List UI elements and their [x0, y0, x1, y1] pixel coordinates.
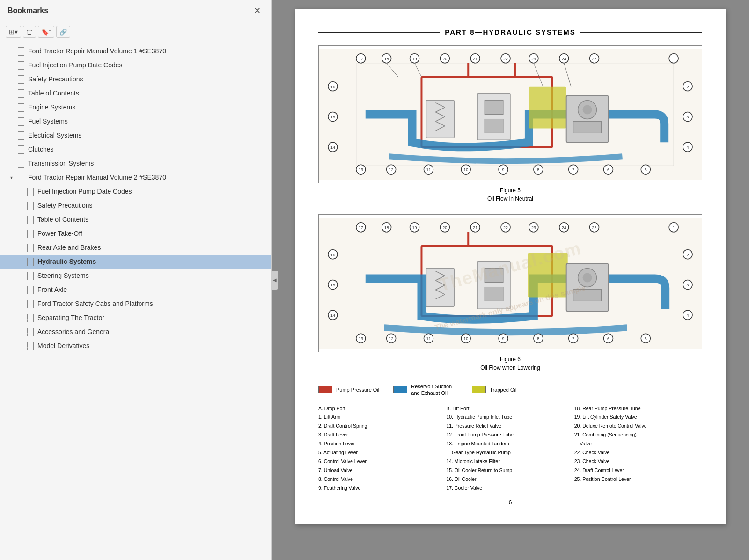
- add-bookmark-button[interactable]: 🔖+: [38, 26, 54, 38]
- bookmark-label: Transmission Systems: [28, 160, 94, 167]
- bookmark-item-safety-2[interactable]: Safety Precautions: [0, 198, 271, 212]
- svg-text:12: 12: [389, 167, 394, 172]
- legend-pump-label: Pump Pressure Oil: [336, 386, 379, 393]
- svg-text:10: 10: [463, 336, 468, 341]
- bookmark-label: Steering Systems: [37, 272, 89, 279]
- part-title-text: PART 8—HYDRAULIC SYSTEMS: [445, 28, 575, 36]
- bookmark-icon: [17, 89, 24, 97]
- parts-item: 19. Lift Cylinder Safety Valve: [574, 413, 698, 422]
- bookmark-label: Ford Tractor Safety Cabs and Platforms: [37, 300, 153, 307]
- view-options-button[interactable]: ⊞ ▾: [6, 26, 21, 38]
- bookmark-item-toc-1[interactable]: Table of Contents: [0, 86, 271, 100]
- parts-item: 15. Oil Cooler Return to Sump: [446, 466, 569, 475]
- panel-collapse-handle[interactable]: ◀: [272, 271, 278, 290]
- bookmark-label: Front Axle: [37, 286, 67, 293]
- parts-item: 17. Cooler Valve: [446, 484, 569, 493]
- bookmark-item-clutches[interactable]: Clutches: [0, 142, 271, 156]
- figure6-caption-sub: Oil Flow when Lowering: [318, 364, 702, 372]
- svg-rect-77: [528, 253, 568, 298]
- parts-item: 14. Micronic Intake Filter: [446, 457, 569, 466]
- parts-item: 22. Check Valve: [574, 448, 698, 457]
- bookmark-item-accessories[interactable]: Accessories and General: [0, 325, 271, 339]
- figure5-diagram: 17 18 19 20 21 22 23 24 25 1: [318, 45, 702, 183]
- svg-point-90: [583, 273, 592, 283]
- bookmark-item-separating[interactable]: Separating The Tractor: [0, 311, 271, 325]
- svg-text:17: 17: [359, 225, 363, 230]
- figure6-caption-title: Figure 6: [318, 355, 702, 364]
- delete-bookmark-button[interactable]: 🗑: [23, 26, 36, 38]
- parts-item: 5. Actuating Lever: [318, 448, 441, 457]
- svg-text:10: 10: [463, 167, 468, 172]
- figure5-caption-title: Figure 5: [318, 186, 702, 195]
- legend-trapped: Trapped Oil: [472, 383, 516, 397]
- bookmarks-list: Ford Tractor Repair Manual Volume 1 #SE3…: [0, 42, 271, 560]
- svg-rect-19: [573, 121, 602, 133]
- bookmarks-toolbar: ⊞ ▾ 🗑 🔖+ 🔗: [0, 22, 271, 42]
- bookmark-icon: [26, 285, 34, 294]
- bookmark-label: Safety Precautions: [37, 202, 93, 209]
- parts-item: 18. Rear Pump Pressure Tube: [574, 404, 698, 413]
- svg-rect-15: [485, 119, 503, 133]
- bookmark-item-steering[interactable]: Steering Systems: [0, 269, 271, 283]
- bookmark-item-fuel-inj-2[interactable]: Fuel Injection Pump Date Codes: [0, 184, 271, 198]
- expand-arrow-icon[interactable]: ▾: [7, 174, 15, 181]
- parts-column-middle: B. Lift Port 10. Hydraulic Pump Inlet Tu…: [446, 404, 574, 493]
- svg-rect-14: [485, 101, 503, 115]
- bookmark-icon: [26, 327, 34, 336]
- bookmark-label: Power Take-Off: [37, 230, 82, 237]
- bookmark-label: Fuel Injection Pump Date Codes: [37, 188, 132, 195]
- bookmark-item-hydraulic[interactable]: Hydraulic Systems: [0, 255, 271, 269]
- svg-text:21: 21: [473, 57, 477, 61]
- bookmark-link-icon: 🔗: [59, 29, 67, 36]
- bookmark-item-toc-2[interactable]: Table of Contents: [0, 212, 271, 226]
- svg-rect-5: [529, 87, 566, 129]
- bookmarks-panel: Bookmarks ✕ ⊞ ▾ 🗑 🔖+ 🔗 Ford Tractor Repa…: [0, 0, 272, 560]
- chevron-left-icon: ◀: [273, 277, 277, 283]
- parts-column-left: A. Drop Port 1. Lift Arm 2. Draft Contro…: [318, 404, 446, 493]
- parts-item: 4. Position Lever: [318, 439, 441, 448]
- bookmark-item-vol1[interactable]: Ford Tractor Repair Manual Volume 1 #SE3…: [0, 44, 271, 58]
- svg-text:7: 7: [572, 167, 574, 172]
- svg-text:1: 1: [673, 225, 675, 230]
- bookmark-item-transmission[interactable]: Transmission Systems: [0, 156, 271, 170]
- bookmark-item-safety-cabs[interactable]: Ford Tractor Safety Cabs and Platforms: [0, 297, 271, 311]
- bookmark-label: Ford Tractor Repair Manual Volume 1 #SE3…: [28, 47, 166, 55]
- svg-text:3: 3: [687, 115, 689, 119]
- bookmark-properties-button[interactable]: 🔗: [56, 26, 70, 38]
- svg-text:13: 13: [359, 167, 363, 172]
- bookmark-item-vol2[interactable]: ▾Ford Tractor Repair Manual Volume 2 #SE…: [0, 170, 271, 184]
- parts-item: 9. Feathering Valve: [318, 484, 441, 493]
- bookmark-label: Fuel Injection Pump Date Codes: [28, 61, 123, 69]
- svg-text:2: 2: [687, 253, 689, 257]
- close-button[interactable]: ✕: [251, 6, 264, 16]
- parts-item: 16. Oil Cooler: [446, 475, 569, 484]
- bookmark-item-engine[interactable]: Engine Systems: [0, 100, 271, 114]
- figure6-caption: Figure 6 Oil Flow when Lowering: [318, 355, 702, 372]
- bookmark-item-rear-axle[interactable]: Rear Axle and Brakes: [0, 240, 271, 255]
- svg-text:23: 23: [531, 225, 536, 230]
- svg-text:24: 24: [562, 57, 566, 61]
- bookmarks-panel-title: Bookmarks: [7, 7, 48, 15]
- bookmark-item-safety-1[interactable]: Safety Precautions: [0, 72, 271, 86]
- svg-text:8: 8: [537, 336, 539, 341]
- bookmark-icon: [17, 145, 24, 153]
- bookmark-item-pto[interactable]: Power Take-Off: [0, 226, 271, 240]
- bookmark-item-electrical[interactable]: Electrical Systems: [0, 128, 271, 142]
- bookmark-icon: [26, 243, 34, 252]
- parts-item: 3. Draft Lever: [318, 430, 441, 439]
- bookmark-icon: [26, 201, 34, 210]
- page-number: 6: [318, 499, 702, 506]
- parts-item: 25. Position Control Lever: [574, 475, 698, 484]
- svg-text:15: 15: [330, 283, 335, 287]
- bookmark-icon: [17, 159, 24, 167]
- bookmark-item-model-deriv[interactable]: Model Derivatives: [0, 339, 271, 353]
- bookmark-item-fuel-sys[interactable]: Fuel Systems: [0, 114, 271, 128]
- parts-column-right: 18. Rear Pump Pressure Tube 19. Lift Cyl…: [574, 404, 702, 493]
- bookmark-item-fuel-inj-1[interactable]: Fuel Injection Pump Date Codes: [0, 58, 271, 72]
- svg-text:18: 18: [384, 57, 389, 61]
- trash-icon: 🗑: [26, 28, 33, 36]
- bookmark-icon: [17, 131, 24, 139]
- parts-item: A. Drop Port: [318, 404, 441, 413]
- parts-list: A. Drop Port 1. Lift Arm 2. Draft Contro…: [318, 404, 702, 493]
- bookmark-item-front-axle[interactable]: Front Axle: [0, 283, 271, 297]
